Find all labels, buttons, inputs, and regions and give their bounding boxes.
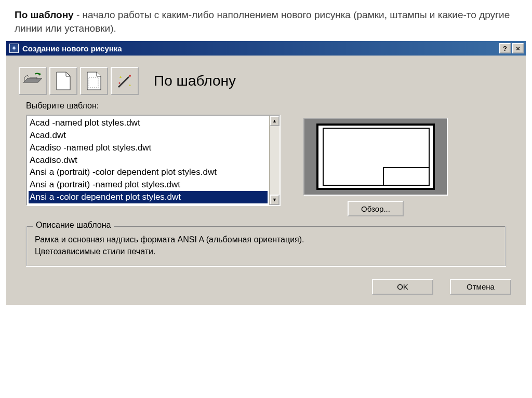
mode-blank-button[interactable]	[49, 67, 77, 95]
mode-open-button[interactable]	[19, 67, 47, 95]
description-groupbox: Описание шаблона Рамка и основная надпис…	[26, 226, 506, 266]
template-preview	[303, 118, 448, 196]
blank-page-icon	[56, 71, 71, 91]
scroll-track[interactable]	[270, 126, 280, 195]
description-line: Цветозависимые стили печати.	[35, 245, 497, 257]
app-icon: ✦	[9, 44, 19, 53]
svg-point-2	[129, 75, 131, 77]
description-line: Рамка и основная надпись формата ANSI A …	[35, 234, 497, 245]
description-label: Описание шаблона	[33, 221, 114, 230]
intro-text: - начало работы с каким-либо наполнением…	[15, 9, 510, 34]
template-listbox[interactable]: Acad -named plot styles.dwtAcad.dwtAcadi…	[26, 115, 281, 206]
template-page-icon	[86, 71, 102, 91]
close-button[interactable]: ×	[512, 43, 524, 53]
dialog-window: ✦ Создание нового рисунка ? ×	[6, 41, 526, 305]
browse-button[interactable]: Обзор...	[348, 201, 404, 216]
wizard-icon	[115, 72, 134, 90]
template-select-label: Выберите шаблон:	[26, 101, 515, 111]
mode-toolbar: По шаблону	[19, 67, 515, 95]
list-item[interactable]: Acad -named plot styles.dwt	[29, 117, 268, 129]
dialog-footer: OK Отмена	[17, 279, 515, 295]
svg-point-3	[119, 83, 121, 84]
help-button[interactable]: ?	[499, 43, 511, 53]
titlebar: ✦ Создание нового рисунка ? ×	[6, 41, 526, 56]
list-item[interactable]: Ansi a (portrait) -color dependent plot …	[29, 166, 268, 179]
list-item[interactable]: Acadiso.dwt	[29, 154, 268, 167]
mode-template-button[interactable]	[80, 67, 108, 95]
scrollbar[interactable]: ▲ ▼	[269, 116, 280, 205]
list-item[interactable]: Ansi a -color dependent plot styles.dwt	[29, 191, 268, 203]
folder-open-icon	[22, 72, 43, 90]
scroll-up-button[interactable]: ▲	[270, 116, 280, 126]
svg-line-1	[118, 77, 129, 87]
list-item[interactable]: Acad.dwt	[29, 129, 268, 142]
intro-bold: По шаблону	[15, 9, 74, 20]
cancel-button[interactable]: Отмена	[450, 279, 511, 295]
window-title: Создание нового рисунка	[22, 44, 498, 53]
dialog-body: По шаблону Выберите шаблон: Acad -named …	[6, 56, 526, 305]
mode-wizard-button[interactable]	[111, 67, 139, 95]
preview-drawing-icon	[316, 123, 435, 190]
scroll-down-button[interactable]: ▼	[270, 195, 280, 205]
page-intro: По шаблону - начало работы с каким-либо …	[0, 0, 532, 41]
mode-title: По шаблону	[154, 73, 236, 89]
list-item[interactable]: Acadiso -named plot styles.dwt	[29, 142, 268, 154]
ok-button[interactable]: OK	[372, 279, 433, 295]
list-item[interactable]: Ansi a (portrait) -named plot styles.dwt	[29, 179, 268, 191]
